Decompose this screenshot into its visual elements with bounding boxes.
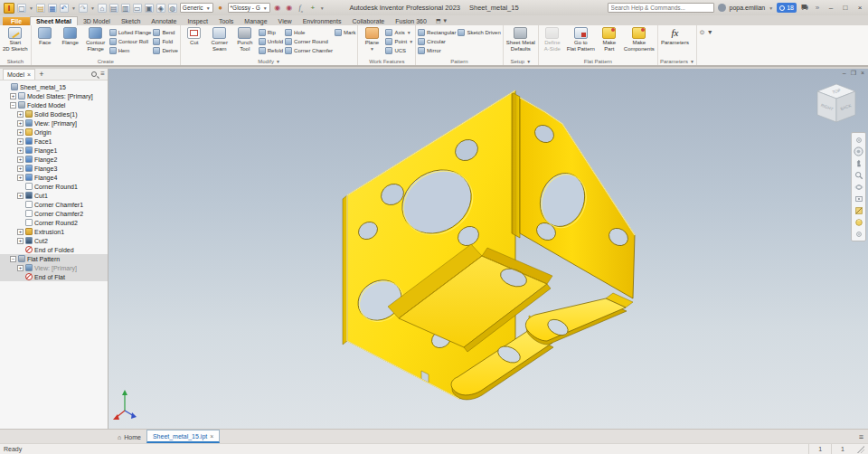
ribbon-group-label[interactable]: Sketch [2, 57, 29, 65]
expand-icon[interactable]: + [17, 111, 24, 118]
refold-button[interactable]: Refold [259, 46, 283, 54]
visual-override2-icon[interactable]: ◉ [285, 4, 294, 13]
make-components-button[interactable]: Make Components [623, 26, 656, 52]
chevron-down-icon[interactable]: ▼ [90, 5, 95, 11]
expand-icon[interactable]: + [17, 138, 24, 145]
tree-item-corner-chamfer2[interactable]: Corner Chamfer2 [0, 209, 108, 218]
appearance-globe-icon[interactable]: ● [216, 4, 225, 13]
tree-item-solid-bodies-1[interactable]: +Solid Bodies(1) [0, 109, 108, 118]
expand-icon[interactable]: + [17, 265, 24, 271]
qat-customize-icon[interactable]: ▼ [320, 5, 325, 11]
close-button[interactable]: × [854, 4, 865, 12]
navbar-settings-icon[interactable] [854, 135, 863, 145]
expand-icon[interactable]: + [10, 93, 16, 99]
look-at-icon[interactable] [854, 194, 863, 203]
add-browser-tab-button[interactable]: + [39, 70, 43, 79]
pan-icon[interactable] [854, 158, 863, 168]
document-icon[interactable]: ▤ [109, 4, 118, 13]
collapse-icon[interactable]: − [10, 256, 16, 262]
orbit-icon[interactable] [854, 182, 863, 192]
cut-button[interactable]: Cut [183, 26, 206, 46]
doc-minimize-button[interactable]: – [843, 70, 846, 77]
mark-button[interactable]: Mark [335, 28, 355, 36]
doc-close-button[interactable]: × [861, 70, 864, 77]
point-button[interactable]: Point▼ [385, 37, 413, 45]
ribbon-display-options[interactable]: ⊙ ▼ [697, 25, 716, 65]
tree-item-corner-round1[interactable]: Corner Round1 [0, 182, 108, 191]
hem-button[interactable]: Hem [109, 46, 152, 54]
rectangular-button[interactable]: Rectangular [418, 28, 456, 36]
viewcube[interactable]: TOP RIGHT BACK [816, 81, 857, 127]
ribbon-group-label[interactable]: Flat Pattern [541, 57, 656, 65]
bend-button[interactable]: Bend [153, 28, 177, 36]
visual-override-icon[interactable]: ◉ [273, 4, 282, 13]
ribbon-tab-manage[interactable]: Manage [239, 17, 272, 25]
expand-icon[interactable]: + [17, 229, 24, 235]
ribbon-tab-environments[interactable]: Environments [297, 17, 347, 25]
more-chevrons-icon[interactable]: » [813, 4, 822, 13]
tree-item-cut2[interactable]: +Cut2 [0, 236, 108, 245]
expand-icon[interactable]: + [17, 238, 24, 244]
mirror-button[interactable]: Mirror [418, 46, 456, 54]
tree-item-folded-model[interactable]: −Folded Model [0, 100, 108, 109]
unfold-button[interactable]: Unfold [259, 37, 283, 45]
rip-button[interactable]: Rip [259, 28, 283, 36]
tree-item-flange3[interactable]: +Flange3 [0, 164, 108, 173]
corner-chamfer-button[interactable]: Corner Chamfer [285, 46, 333, 54]
sketch-driven-button[interactable]: Sketch Driven [458, 28, 500, 36]
doc-restore-button[interactable]: ❐ [851, 70, 856, 77]
update-icon[interactable]: ◈ [156, 4, 165, 13]
resize-grip[interactable] [857, 446, 864, 453]
tree-item-origin[interactable]: +Origin [0, 128, 108, 137]
ucs-button[interactable]: UCS [385, 46, 413, 54]
axis-button[interactable]: Axis▼ [385, 28, 413, 36]
circular-button[interactable]: Circular [418, 37, 456, 45]
start-2d-sketch-button[interactable]: Start 2D Sketch [2, 26, 29, 52]
redo-icon[interactable]: ↷ [79, 4, 88, 13]
punch-tool-button[interactable]: Punch Tool [233, 26, 257, 52]
go-to-flat-pattern-button[interactable]: Go to Flat Pattern [566, 26, 596, 52]
user-menu-chevron-icon[interactable]: ▼ [769, 5, 773, 11]
tree-item-flat-pattern[interactable]: −Flat Pattern [0, 254, 108, 263]
ribbon-tab-tools[interactable]: Tools [213, 17, 239, 25]
derive-button[interactable]: Derive [153, 46, 177, 54]
lofted-flange-button[interactable]: Lofted Flange [109, 28, 152, 36]
help-globe-icon[interactable]: ◍ [168, 4, 177, 13]
iproperties-icon[interactable]: ▥ [121, 4, 130, 13]
tree-item-corner-chamfer1[interactable]: Corner Chamfer1 [0, 200, 108, 209]
inventor-logo-icon[interactable]: I [4, 3, 14, 14]
chevron-down-icon[interactable]: ▼ [71, 5, 76, 11]
flange-button[interactable]: Flange [59, 26, 82, 46]
plane-button[interactable]: Plane▼ [360, 26, 383, 52]
parameters-button[interactable]: fxParameters [660, 26, 690, 46]
expand-icon[interactable]: + [17, 193, 24, 199]
fx-icon[interactable]: fx [297, 4, 306, 13]
tree-item-corner-round2[interactable]: Corner Round2 [0, 218, 108, 227]
visual-style-icon[interactable] [854, 217, 863, 227]
corner-seam-button[interactable]: Corner Seam [208, 26, 231, 52]
user-avatar-icon[interactable] [718, 4, 726, 12]
cart-icon[interactable]: ⛟ [800, 4, 809, 13]
document-tab-sheet-metal-15[interactable]: Sheet_metal_15.ipt × [146, 430, 220, 443]
tree-item-end-of-flat[interactable]: End of Flat [0, 272, 108, 281]
ribbon-tab-sketch[interactable]: Sketch [116, 17, 146, 25]
sheet-metal-defaults-button[interactable]: Sheet Metal Defaults [505, 26, 536, 52]
tree-item-cut1[interactable]: +Cut1 [0, 191, 108, 200]
expand-icon[interactable]: + [17, 120, 24, 127]
expand-icon[interactable]: + [17, 175, 24, 181]
chevron-down-icon[interactable]: ▼ [29, 5, 33, 11]
minimize-button[interactable]: – [826, 4, 836, 12]
ribbon-tab-sheet-metal[interactable]: Sheet Metal [30, 16, 78, 25]
fold-button[interactable]: Fold [153, 37, 177, 45]
tree-item-flange2[interactable]: +Flange2 [0, 155, 108, 164]
ribbon-group-label[interactable]: Pattern [418, 57, 501, 65]
zoom-icon[interactable] [854, 170, 863, 180]
collapse-icon[interactable]: − [10, 102, 16, 109]
expand-icon[interactable]: + [17, 129, 24, 136]
new-file-icon[interactable]: ▢ [17, 4, 26, 13]
ribbon-group-label[interactable]: Parameters▼ [660, 57, 694, 65]
tab-list-menu-icon[interactable]: ≡ [859, 432, 863, 441]
expand-icon[interactable]: + [17, 147, 24, 154]
username[interactable]: popa.emilian [730, 5, 766, 11]
trial-days-badge[interactable]: 18 [777, 3, 797, 13]
